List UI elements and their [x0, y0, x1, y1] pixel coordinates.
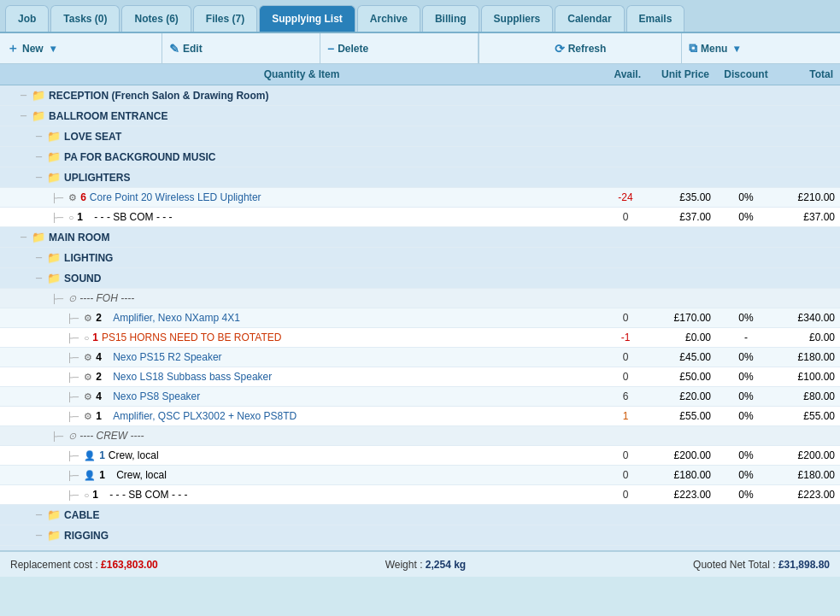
tab-billing[interactable]: Billing [422, 5, 479, 32]
tree-icon: ├─ [67, 392, 79, 402]
menu-button[interactable]: ⧉ Menu ▾ [682, 33, 840, 63]
item-avail: 0 [623, 489, 629, 501]
table-row[interactable]: ─ 📁 LOVE SEAT [0, 126, 840, 147]
circle-icon: ○ [84, 333, 89, 343]
gear-icon: ⚙ [68, 192, 77, 203]
circle-icon: ○ [68, 213, 73, 222]
table-row[interactable]: ─ 📁 RIGGING [0, 525, 840, 546]
table-row[interactable]: ├─ ⚙ 1 Amplifier, QSC PLX3002 + Nexo PS8… [0, 407, 840, 426]
item-price: £180.00 [674, 469, 711, 481]
tab-notes[interactable]: Notes (6) [121, 5, 191, 32]
col-header-discount: Discount [716, 64, 776, 85]
item-name: Core Point 20 Wireless LED Uplighter [90, 191, 261, 203]
edit-button[interactable]: ✎ Edit [162, 33, 320, 63]
folder-icon: 📁 [47, 130, 61, 143]
tab-supplying-list[interactable]: Supplying List [259, 5, 355, 32]
tree-icon: ─ [21, 232, 26, 242]
header-label: ---- CREW ---- [79, 430, 144, 442]
item-discount: - [744, 331, 748, 343]
table-row[interactable]: ├─ ⚙ 4 Nexo PS8 Speaker 6£20.000%£80.00 [0, 387, 840, 407]
col-header-total: Total [776, 64, 840, 85]
tree-icon: ─ [36, 173, 42, 182]
item-avail: 0 [623, 449, 629, 461]
tab-emails[interactable]: Emails [626, 5, 685, 32]
circle-icon: ○ [84, 490, 89, 500]
refresh-icon: ⟳ [555, 42, 565, 56]
person-icon: 👤 [84, 470, 96, 481]
item-name: Amplifier, QSC PLX3002 + Nexo PS8TD [113, 410, 297, 422]
tab-job[interactable]: Job [5, 5, 49, 32]
item-price: £170.00 [674, 312, 711, 324]
item-qty: 4 [96, 351, 109, 363]
item-qty: 1 [92, 331, 98, 343]
item-price: £0.00 [685, 331, 711, 343]
table-row[interactable]: ├─ ○ 1 - - - SB COM - - - 0£223.000%£223… [0, 485, 840, 505]
table-row[interactable]: ├─ ○ 1 - - - SB COM - - - 0£37.000%£37.0… [0, 208, 840, 227]
item-price: £50.00 [679, 371, 711, 383]
item-price: £223.00 [674, 489, 711, 501]
tree-icon: ─ [36, 253, 42, 262]
delete-button[interactable]: − Delete [320, 33, 479, 63]
table-row[interactable]: ─ 📁 BALLROOM ENTRANCE [0, 106, 840, 126]
table-row[interactable]: ├─ 👤 1 Crew, local 0£180.000%£180.00 [0, 466, 840, 485]
minus-icon: − [327, 42, 334, 56]
table-row[interactable]: ─ 📁 CABLE [0, 505, 840, 525]
new-dropdown-icon: ▾ [50, 43, 56, 55]
wifi-icon: ⊙ [68, 293, 76, 304]
table-row[interactable]: ├─ ⚙ 2 Nexo LS18 Subbass bass Speaker 0£… [0, 367, 840, 387]
plus-icon: ＋ [7, 41, 19, 56]
item-discount: 0% [738, 191, 753, 203]
edit-label: Edit [183, 43, 203, 55]
table-row[interactable]: ├─ ⚙ 4 Nexo PS15 R2 Speaker 0£45.000%£18… [0, 348, 840, 367]
supply-list-table-container[interactable]: Quantity & Item Avail. Unit Price Discou… [0, 64, 840, 551]
tree-icon: ├─ [51, 431, 63, 441]
table-row[interactable]: ─ 📁 RECEPTION (French Salon & Drawing Ro… [0, 85, 840, 106]
tree-icon: ├─ [51, 193, 63, 202]
table-row[interactable]: ─ 📁 UPLIGHTERS [0, 167, 840, 188]
tree-icon: ─ [36, 132, 42, 141]
table-row[interactable]: ─ 📁 LIGHTING [0, 248, 840, 268]
item-name: Crew, local [116, 469, 167, 481]
item-name: - - - SB COM - - - [109, 489, 187, 501]
col-header-unit-price: Unit Price [648, 64, 716, 85]
item-total: £80.00 [803, 390, 835, 402]
tab-files[interactable]: Files (7) [193, 5, 257, 32]
item-price: £37.00 [679, 211, 711, 223]
tab-calendar[interactable]: Calendar [555, 5, 624, 32]
tree-icon: ├─ [67, 412, 79, 421]
tab-suppliers[interactable]: Suppliers [481, 5, 554, 32]
table-row[interactable]: ├─ ○ 1 PS15 HORNS NEED TO BE ROTATED -1£… [0, 328, 840, 348]
tab-tasks[interactable]: Tasks (0) [50, 5, 120, 32]
category-label: LOVE SEAT [64, 131, 121, 143]
tree-icon: ├─ [67, 451, 79, 461]
tree-icon: ├─ [67, 314, 79, 323]
category-label: RIGGING [64, 530, 109, 542]
tab-archive[interactable]: Archive [357, 5, 420, 32]
header-label: ---- FOH ---- [79, 292, 134, 304]
item-qty: 1 [77, 211, 91, 223]
item-qty: 1 [99, 449, 105, 461]
gear-icon: ⚙ [84, 372, 92, 383]
table-row[interactable]: ├─ ⊙ ---- FOH ---- [0, 289, 840, 308]
item-name: Crew, local [109, 449, 159, 461]
refresh-button[interactable]: ⟳ Refresh [479, 33, 682, 63]
item-avail: 0 [623, 371, 629, 383]
table-row[interactable]: ─ 📁 SOUND [0, 268, 840, 289]
copy-icon: ⧉ [689, 41, 697, 56]
folder-icon: 📁 [32, 231, 45, 243]
item-avail: 1 [623, 410, 629, 422]
table-row[interactable]: ├─ ⚙ 6 Core Point 20 Wireless LED Upligh… [0, 188, 840, 208]
item-discount: 0% [738, 449, 753, 461]
table-row[interactable]: ├─ 👤 1 Crew, local 0£200.000%£200.00 [0, 446, 840, 466]
tree-icon: ├─ [51, 294, 63, 303]
table-row[interactable]: ─ 📁 PA FOR BACKGROUND MUSIC [0, 147, 840, 167]
table-row[interactable]: ─ 📁 MAIN ROOM [0, 227, 840, 248]
col-header-avail: Avail. [603, 64, 648, 85]
item-qty: 6 [80, 191, 86, 203]
item-total: £37.00 [803, 211, 835, 223]
new-button[interactable]: ＋ New ▾ [0, 33, 162, 63]
table-row[interactable]: ├─ ⊙ ---- CREW ---- [0, 426, 840, 446]
table-row[interactable]: ├─ ⚙ 2 Amplifier, Nexo NXamp 4X1 0£170.0… [0, 308, 840, 328]
supply-list-table: Quantity & Item Avail. Unit Price Discou… [0, 64, 840, 551]
status-bar: Replacement cost : £163,803.00 Weight : … [0, 551, 840, 577]
